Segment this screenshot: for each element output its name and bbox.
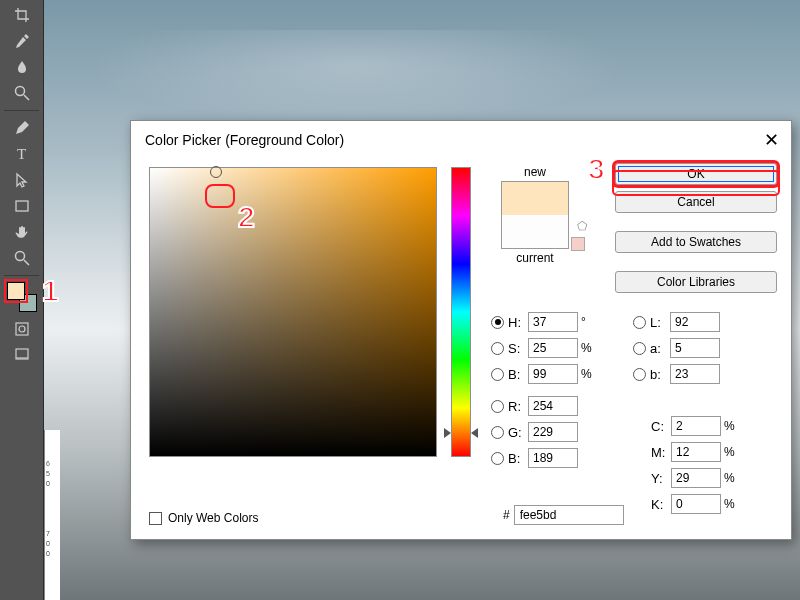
dialog-titlebar: Color Picker (Foreground Color) ✕	[131, 121, 791, 151]
b-lab-input[interactable]	[670, 364, 720, 384]
a-label: a:	[650, 341, 670, 356]
ruler-tick: 0	[46, 540, 50, 547]
red-radio[interactable]	[491, 400, 504, 413]
blue-input[interactable]	[528, 448, 578, 468]
pen-tool-icon[interactable]	[11, 117, 33, 139]
foreground-background-swatch[interactable]	[7, 282, 37, 312]
ruler-tick: 6	[46, 460, 50, 467]
red-label: R:	[508, 399, 528, 414]
current-color-swatch[interactable]	[502, 215, 568, 248]
foreground-color-swatch[interactable]	[7, 282, 25, 300]
blue-radio[interactable]	[491, 452, 504, 465]
unit: %	[581, 367, 599, 381]
add-to-swatches-button[interactable]: Add to Swatches	[615, 231, 777, 253]
tools-panel: T	[0, 0, 44, 600]
b-radio[interactable]	[633, 368, 646, 381]
divider	[4, 275, 38, 276]
type-tool-icon[interactable]: T	[11, 143, 33, 165]
hue-thumb-left-icon[interactable]	[444, 428, 451, 438]
svg-point-2	[15, 252, 24, 261]
unit: %	[724, 497, 742, 511]
only-web-colors-label: Only Web Colors	[168, 511, 258, 525]
hex-prefix: #	[503, 508, 510, 522]
l-input[interactable]	[670, 312, 720, 332]
ruler-tick: 0	[46, 550, 50, 557]
zoom-tool-2-icon[interactable]	[11, 247, 33, 269]
hsb-rgb-fields: H:° S:% B:% R: G: B:	[491, 309, 599, 471]
path-select-tool-icon[interactable]	[11, 169, 33, 191]
hue-label: H:	[508, 315, 528, 330]
unit: °	[581, 315, 599, 329]
cancel-button[interactable]: Cancel	[615, 191, 777, 213]
ok-button[interactable]: OK	[615, 163, 777, 185]
color-field[interactable]	[149, 167, 437, 457]
close-icon[interactable]: ✕	[764, 129, 779, 151]
eyedropper-tool-icon[interactable]	[11, 30, 33, 52]
green-radio[interactable]	[491, 426, 504, 439]
hand-tool-icon[interactable]	[11, 221, 33, 243]
y-input[interactable]	[671, 468, 721, 488]
ruler-tick: 7	[46, 530, 50, 537]
vertical-ruler: 6 5 0 7 0 0	[44, 430, 60, 600]
svg-rect-1	[16, 201, 28, 211]
k-input[interactable]	[671, 494, 721, 514]
bri-input[interactable]	[528, 364, 578, 384]
unit: %	[581, 341, 599, 355]
svg-point-0	[15, 87, 24, 96]
new-color-swatch	[502, 182, 568, 215]
hue-thumb-right-icon[interactable]	[471, 428, 478, 438]
hue-radio[interactable]	[491, 316, 504, 329]
divider	[4, 110, 38, 111]
ruler-tick: 0	[46, 480, 50, 487]
a-input[interactable]	[670, 338, 720, 358]
unit: %	[724, 471, 742, 485]
svg-rect-3	[16, 323, 28, 335]
color-preview: new current ⬠	[489, 165, 581, 267]
quickmask-icon[interactable]	[11, 318, 33, 340]
crop-tool-icon[interactable]	[11, 4, 33, 26]
b-lab-label: b:	[650, 367, 670, 382]
unit: %	[724, 445, 742, 459]
screenmode-icon[interactable]	[11, 344, 33, 366]
hue-input[interactable]	[528, 312, 578, 332]
m-input[interactable]	[671, 442, 721, 462]
gamut-warning-swatch[interactable]	[571, 237, 585, 251]
svg-point-4	[19, 326, 25, 332]
y-label: Y:	[651, 471, 671, 486]
preview-swatch-box	[501, 181, 569, 249]
m-label: M:	[651, 445, 671, 460]
hex-input[interactable]	[514, 505, 624, 525]
cmyk-fields: C:% M:% Y:% K:%	[651, 413, 742, 517]
zoom-tool-icon[interactable]	[11, 82, 33, 104]
bri-radio[interactable]	[491, 368, 504, 381]
ruler-tick: 5	[46, 470, 50, 477]
red-input[interactable]	[528, 396, 578, 416]
l-label: L:	[650, 315, 670, 330]
hue-slider[interactable]	[451, 167, 471, 457]
current-label: current	[489, 251, 581, 265]
sat-label: S:	[508, 341, 528, 356]
a-radio[interactable]	[633, 342, 646, 355]
new-label: new	[489, 165, 581, 179]
green-label: G:	[508, 425, 528, 440]
color-libraries-button[interactable]: Color Libraries	[615, 271, 777, 293]
sat-radio[interactable]	[491, 342, 504, 355]
blur-tool-icon[interactable]	[11, 56, 33, 78]
only-web-colors-checkbox[interactable]	[149, 512, 162, 525]
color-field-cursor[interactable]	[210, 166, 222, 178]
color-picker-dialog: Color Picker (Foreground Color) ✕ new cu…	[130, 120, 792, 540]
unit: %	[724, 419, 742, 433]
lab-fields: L: a: b:	[633, 309, 720, 387]
l-radio[interactable]	[633, 316, 646, 329]
sat-input[interactable]	[528, 338, 578, 358]
rectangle-tool-icon[interactable]	[11, 195, 33, 217]
blue-label: B:	[508, 451, 528, 466]
c-label: C:	[651, 419, 671, 434]
dialog-title-text: Color Picker (Foreground Color)	[145, 132, 344, 148]
cube-icon[interactable]: ⬠	[577, 219, 587, 233]
k-label: K:	[651, 497, 671, 512]
green-input[interactable]	[528, 422, 578, 442]
c-input[interactable]	[671, 416, 721, 436]
bri-label: B:	[508, 367, 528, 382]
